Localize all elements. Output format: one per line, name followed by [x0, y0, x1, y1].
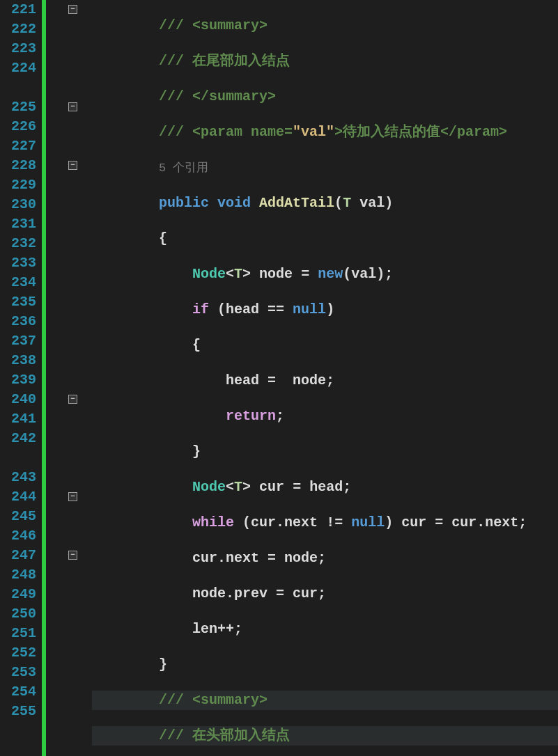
line-number: 239: [0, 370, 36, 390]
line-number: 238: [0, 351, 36, 370]
code-line[interactable]: {: [92, 336, 558, 355]
code-line[interactable]: /// <param name="val">待加入结点的值</param>: [92, 123, 558, 142]
code-line[interactable]: Node<T> cur = head;: [92, 478, 558, 497]
code-line[interactable]: len++;: [92, 620, 558, 639]
line-number: 253: [0, 663, 36, 682]
line-number: 240: [0, 390, 36, 409]
code-line[interactable]: }: [92, 655, 558, 675]
line-number: 249: [0, 585, 36, 604]
code-line[interactable]: head = node;: [92, 371, 558, 391]
code-line[interactable]: cur.next = node;: [92, 549, 558, 568]
fold-toggle[interactable]: −: [68, 492, 77, 501]
line-number: 254: [0, 682, 36, 702]
line-number: 241: [0, 409, 36, 429]
line-number: 237: [0, 331, 36, 351]
line-number: 228: [0, 156, 36, 175]
line-number: 246: [0, 526, 36, 546]
code-line[interactable]: public void AddAtTail(T val): [92, 194, 558, 213]
line-number: 222: [0, 19, 36, 39]
codelens[interactable]: 5 个引用: [92, 158, 558, 178]
code-line[interactable]: while (cur.next != null) cur = cur.next;: [92, 513, 558, 533]
line-number: [0, 448, 36, 468]
change-marker: [42, 0, 46, 756]
line-number: 243: [0, 468, 36, 487]
line-number: 223: [0, 39, 36, 58]
line-number: 242: [0, 429, 36, 448]
line-number: 231: [0, 214, 36, 234]
line-number: 224: [0, 58, 36, 78]
fold-toggle[interactable]: −: [68, 102, 77, 111]
line-number: 235: [0, 292, 36, 312]
line-number: 232: [0, 234, 36, 253]
code-line[interactable]: }: [92, 442, 558, 462]
fold-column: − − − − − −: [67, 0, 92, 756]
code-line[interactable]: if (head == null): [92, 300, 558, 320]
line-number: 227: [0, 136, 36, 156]
code-editor[interactable]: 221 222 223 224 225 226 227 228 229 230 …: [0, 0, 558, 756]
line-number: 244: [0, 487, 36, 507]
line-number: 225: [0, 97, 36, 117]
line-number: 234: [0, 273, 36, 292]
change-marker-margin: [42, 0, 67, 756]
line-number-gutter: 221 222 223 224 225 226 227 228 229 230 …: [0, 0, 42, 756]
line-number: 248: [0, 565, 36, 585]
code-area[interactable]: /// <summary> /// 在尾部加入结点 /// </summary>…: [92, 0, 558, 756]
line-number: [0, 78, 36, 97]
code-line[interactable]: /// <summary>: [92, 16, 558, 36]
fold-toggle[interactable]: −: [68, 161, 77, 170]
line-number: 229: [0, 175, 36, 195]
line-number: 233: [0, 253, 36, 273]
line-number: 230: [0, 195, 36, 214]
line-number: 251: [0, 624, 36, 643]
line-number: 255: [0, 702, 36, 721]
line-number: 245: [0, 507, 36, 526]
code-line[interactable]: /// 在尾部加入结点: [92, 52, 558, 71]
code-line[interactable]: /// </summary>: [92, 87, 558, 107]
code-line[interactable]: node.prev = cur;: [92, 584, 558, 604]
line-number: 250: [0, 604, 36, 624]
line-number: 236: [0, 312, 36, 331]
fold-toggle[interactable]: −: [68, 551, 77, 560]
code-line[interactable]: Node<T> node = new(val);: [92, 265, 558, 284]
fold-toggle[interactable]: −: [68, 5, 77, 14]
code-line[interactable]: /// <summary>: [92, 691, 558, 710]
code-line[interactable]: /// 在头部加入结点: [92, 726, 558, 746]
fold-toggle[interactable]: −: [68, 395, 77, 404]
code-line[interactable]: return;: [92, 407, 558, 426]
code-line[interactable]: {: [92, 229, 558, 249]
line-number: 252: [0, 643, 36, 663]
line-number: 247: [0, 546, 36, 565]
line-number: 221: [0, 0, 36, 19]
line-number: 226: [0, 117, 36, 136]
